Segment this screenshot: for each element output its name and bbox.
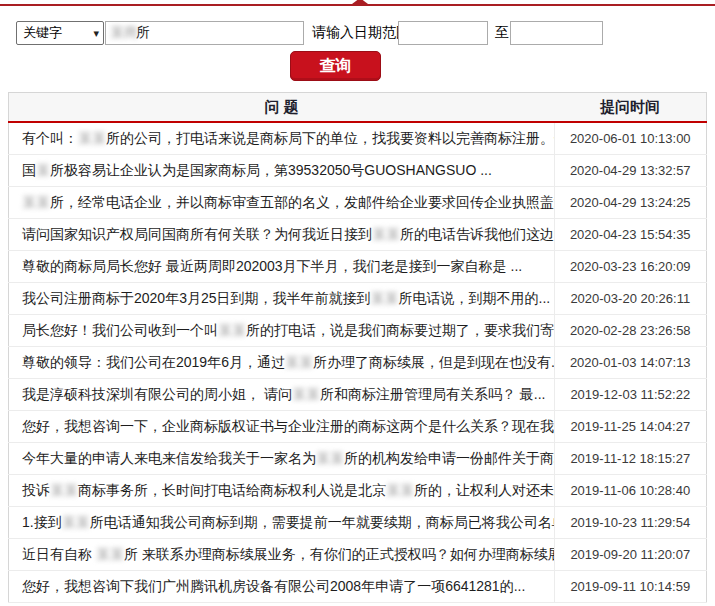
question-text[interactable]: 请问国家知识产权局同国商所有何关联？为何我近日接到某某所的电话告诉我他们这边是知… xyxy=(9,219,555,251)
question-text[interactable]: 我公司注册商标于2020年3月25日到期，我半年前就接到某某所电话说，到期不用的… xyxy=(9,283,555,315)
question-column-header: 问 题 xyxy=(9,93,555,123)
time-column-header: 提问时间 xyxy=(554,93,707,123)
question-text[interactable]: 国某所极容易让企业认为是国家商标局，第39532050号GUOSHANGSUO … xyxy=(9,155,555,187)
question-text-segment: 所和商标注册管理局有关系吗？ 最... xyxy=(320,386,546,402)
question-text-segment: 所极容易让企业认为是国家商标局，第39532050号GUOSHANGSUO ..… xyxy=(50,162,492,178)
question-text-segment: 商标事务所，长时间打电话给商标权利人说是北京 xyxy=(78,482,386,498)
question-text[interactable]: 某某所，经常电话企业，并以商标审查五部的名义，发邮件给企业要求回传企业执照盖章扫… xyxy=(9,187,555,219)
redacted-text: 某某 xyxy=(62,514,90,530)
question-text[interactable]: 尊敬的商标局局长您好 最近两周即202003月下半月，我们老是接到一家自称是 .… xyxy=(9,251,555,283)
question-text-segment: 今年大量的申请人来电来信发给我关于一家名为 xyxy=(22,450,316,466)
question-text-segment: 投诉 xyxy=(22,482,50,498)
redacted-text: 某某 xyxy=(292,386,320,402)
question-time: 2020-04-23 15:54:35 xyxy=(554,219,707,251)
date-range-label: 请输入日期范围 xyxy=(312,24,410,42)
redacted-text: 某某 xyxy=(316,450,344,466)
question-text-segment: 局长您好！我们公司收到一个叫 xyxy=(22,322,218,338)
to-label: 至 xyxy=(495,24,509,42)
question-text[interactable]: 投诉某某商标事务所，长时间打电话给商标权利人说是北京某某所的，让权利人对还未到续… xyxy=(9,475,555,507)
redacted-text: 某某 xyxy=(372,226,400,242)
redacted-text: 某 xyxy=(36,162,50,178)
question-time: 2020-04-29 13:32:57 xyxy=(554,155,707,187)
question-time: 2020-06-01 10:13:00 xyxy=(554,122,707,155)
table-row[interactable]: 国某所极容易让企业认为是国家商标局，第39532050号GUOSHANGSUO … xyxy=(9,155,707,187)
table-row[interactable]: 有个叫：某某所的公司，打电话来说是商标局下的单位，找我要资料以完善商标注册。但我… xyxy=(9,122,707,155)
chevron-down-icon: ▾ xyxy=(93,28,99,39)
question-text[interactable]: 您好，我想咨询一下，企业商标版权证书与企业注册的商标这两个是什么关系？现在我企业… xyxy=(9,411,555,443)
keyword-input[interactable]: 某商所 xyxy=(105,21,304,45)
table-row[interactable]: 您好，我想咨询一下，企业商标版权证书与企业注册的商标这两个是什么关系？现在我企业… xyxy=(9,411,707,443)
table-row[interactable]: 我是淳硕科技深圳有限公司的周小姐， 请问某某所和商标注册管理局有关系吗？ 最..… xyxy=(9,379,707,411)
redacted-text: 某某 xyxy=(96,546,124,562)
table-row[interactable]: 请问国家知识产权局同国商所有何关联？为何我近日接到某某所的电话告诉我他们这边是知… xyxy=(9,219,707,251)
question-text-segment: 您好，我想咨询一下，企业商标版权证书与企业注册的商标这两个是什么关系？现在我企业… xyxy=(22,418,554,434)
question-text-segment: 1.接到 xyxy=(22,514,62,530)
question-text[interactable]: 尊敬的领导：我们公司在2019年6月，通过某某所办理了商标续展，但是到现在也没有… xyxy=(9,347,555,379)
question-time: 2019-10-23 11:29:54 xyxy=(554,507,707,539)
question-text-segment: 所电话通知我公司商标到期，需要提前一年就要续期，商标局已将我公司名单... xyxy=(90,514,554,530)
question-text-segment: 所电话说，到期不用的... xyxy=(399,290,551,306)
table-row[interactable]: 您好，我想咨询下我们广州腾讯机房设备有限公司2008年申请了一项6641281的… xyxy=(9,571,707,603)
question-table: 问 题 提问时间 有个叫：某某所的公司，打电话来说是商标局下的单位，找我要资料以… xyxy=(8,92,707,603)
question-time: 2020-02-28 23:26:58 xyxy=(554,315,707,347)
question-text-segment: 所办理了商标续展，但是到现在也没有... xyxy=(313,354,554,370)
search-field-select-value: 关键字 xyxy=(23,24,93,42)
question-text-segment: 所的公司，打电话来说是商标局下的单位，找我要资料以完善商标注册。但我... xyxy=(106,130,554,146)
table-row[interactable]: 尊敬的商标局局长您好 最近两周即202003月下半月，我们老是接到一家自称是 .… xyxy=(9,251,707,283)
question-text-segment: 我公司注册商标于2020年3月25日到期，我半年前就接到 xyxy=(22,290,371,306)
question-text[interactable]: 有个叫：某某所的公司，打电话来说是商标局下的单位，找我要资料以完善商标注册。但我… xyxy=(9,122,555,155)
question-text-segment: 近日有自称 xyxy=(22,546,96,562)
redacted-text: 某某 xyxy=(371,290,399,306)
question-time: 2019-11-12 18:15:27 xyxy=(554,443,707,475)
question-text-segment: 您好，我想咨询下我们广州腾讯机房设备有限公司2008年申请了一项6641281的… xyxy=(22,578,525,594)
question-text[interactable]: 近日有自称 某某所 来联系办理商标续展业务，有你们的正式授权吗？如何办理商标续展… xyxy=(9,539,555,571)
table-row[interactable]: 某某所，经常电话企业，并以商标审查五部的名义，发邮件给企业要求回传企业执照盖章扫… xyxy=(9,187,707,219)
question-text-segment: 所的电话告诉我他们这边是知... xyxy=(400,226,554,242)
question-text-segment: 有个叫： xyxy=(22,130,78,146)
question-text-segment: 所的机构发给申请一份邮件关于商标续... xyxy=(344,450,554,466)
up-arrow-marker xyxy=(352,0,368,4)
question-text[interactable]: 1.接到某某所电话通知我公司商标到期，需要提前一年就要续期，商标局已将我公司名单… xyxy=(9,507,555,539)
question-text[interactable]: 局长您好！我们公司收到一个叫某某所的打电话，说是我们商标要过期了，要求我们寄资料… xyxy=(9,315,555,347)
redacted-text: 某某 xyxy=(78,130,106,146)
keyword-input-value: 所 xyxy=(136,24,150,42)
button-row: 查询 xyxy=(0,51,715,81)
question-text[interactable]: 您好，我想咨询下我们广州腾讯机房设备有限公司2008年申请了一项6641281的… xyxy=(9,571,555,603)
question-text-segment: 请问国家知识产权局同国商所有何关联？为何我近日接到 xyxy=(22,226,372,242)
question-text-segment: 所 来联系办理商标续展业务，有你们的正式授权吗？如何办理商标续展... xyxy=(124,546,554,562)
table-header-row: 问 题 提问时间 xyxy=(9,93,707,123)
question-text-segment: 尊敬的商标局局长您好 最近两周即202003月下半月，我们老是接到一家自称是 .… xyxy=(22,258,522,274)
table-row[interactable]: 局长您好！我们公司收到一个叫某某所的打电话，说是我们商标要过期了，要求我们寄资料… xyxy=(9,315,707,347)
redacted-text: 某某 xyxy=(22,194,50,210)
question-time: 2020-03-23 16:20:09 xyxy=(554,251,707,283)
question-text[interactable]: 今年大量的申请人来电来信发给我关于一家名为某某所的机构发给申请一份邮件关于商标续… xyxy=(9,443,555,475)
redacted-text: 某某 xyxy=(218,322,246,338)
question-text-segment: 所，经常电话企业，并以商标审查五部的名义，发邮件给企业要求回传企业执照盖章扫..… xyxy=(50,194,554,210)
redacted-text: 某某 xyxy=(50,482,78,498)
question-text[interactable]: 我是淳硕科技深圳有限公司的周小姐， 请问某某所和商标注册管理局有关系吗？ 最..… xyxy=(9,379,555,411)
top-divider xyxy=(0,4,715,6)
question-time: 2019-12-03 11:52:22 xyxy=(554,379,707,411)
table-row[interactable]: 近日有自称 某某所 来联系办理商标续展业务，有你们的正式授权吗？如何办理商标续展… xyxy=(9,539,707,571)
date-to-input[interactable] xyxy=(510,21,603,45)
table-row[interactable]: 今年大量的申请人来电来信发给我关于一家名为某某所的机构发给申请一份邮件关于商标续… xyxy=(9,443,707,475)
question-time: 2020-03-20 20:26:11 xyxy=(554,283,707,315)
date-from-input[interactable] xyxy=(398,21,488,45)
search-button[interactable]: 查询 xyxy=(290,51,381,81)
question-text-segment: 尊敬的领导：我们公司在2019年6月，通过 xyxy=(22,354,285,370)
question-text-segment: 我是淳硕科技深圳有限公司的周小姐， 请问 xyxy=(22,386,292,402)
question-table-body: 有个叫：某某所的公司，打电话来说是商标局下的单位，找我要资料以完善商标注册。但我… xyxy=(9,122,707,603)
redacted-text: 某某 xyxy=(386,482,414,498)
question-time: 2019-11-06 10:28:40 xyxy=(554,475,707,507)
table-row[interactable]: 尊敬的领导：我们公司在2019年6月，通过某某所办理了商标续展，但是到现在也没有… xyxy=(9,347,707,379)
redacted-text: 某商 xyxy=(110,24,138,42)
question-time: 2020-04-29 13:24:25 xyxy=(554,187,707,219)
question-time: 2019-09-11 10:14:59 xyxy=(554,571,707,603)
question-text-segment: 所的，让权利人对还未到续... xyxy=(414,482,554,498)
question-text-segment: 国 xyxy=(22,162,36,178)
search-field-select[interactable]: 关键字 ▾ xyxy=(16,21,104,45)
table-row[interactable]: 我公司注册商标于2020年3月25日到期，我半年前就接到某某所电话说，到期不用的… xyxy=(9,283,707,315)
table-row[interactable]: 1.接到某某所电话通知我公司商标到期，需要提前一年就要续期，商标局已将我公司名单… xyxy=(9,507,707,539)
redacted-text: 某某 xyxy=(285,354,313,370)
table-row[interactable]: 投诉某某商标事务所，长时间打电话给商标权利人说是北京某某所的，让权利人对还未到续… xyxy=(9,475,707,507)
